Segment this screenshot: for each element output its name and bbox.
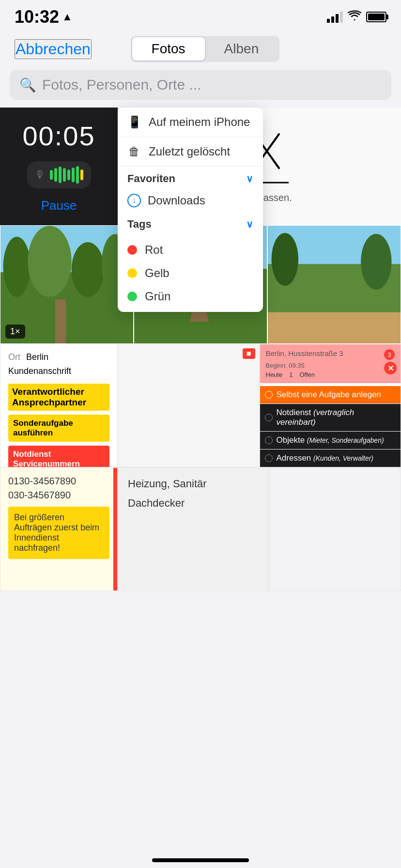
iphone-icon: 📱 bbox=[127, 115, 141, 129]
close-button[interactable]: ✕ bbox=[384, 362, 397, 374]
recorder-pause-button[interactable]: Pause bbox=[41, 198, 77, 213]
signal-bar-4 bbox=[340, 12, 343, 23]
doc-cell-form: Ort Berlin Kundenanschrift Verantwortlic… bbox=[0, 344, 118, 467]
tab-fotos[interactable]: Fotos bbox=[132, 37, 205, 61]
tag-rot[interactable]: Rot bbox=[118, 238, 263, 262]
downloads-item[interactable]: ↓ Downloads bbox=[118, 189, 263, 212]
note-cell-1: 0130-34567890 030-34567890 Bei größeren … bbox=[0, 467, 118, 591]
phone1-label: 0130-34567890 bbox=[8, 476, 109, 487]
wave-bar-3 bbox=[59, 167, 62, 183]
note-red-bar bbox=[113, 468, 117, 590]
task-item-1[interactable]: Notdienst (vertraglich vereinbart) bbox=[260, 404, 401, 432]
notes-row: 0130-34567890 030-34567890 Bei größeren … bbox=[0, 467, 401, 591]
svg-rect-7 bbox=[55, 300, 66, 343]
photo-cell-3[interactable] bbox=[267, 225, 401, 344]
empty-cell bbox=[269, 467, 401, 591]
tab-alben[interactable]: Alben bbox=[205, 37, 278, 61]
signal-bar-1 bbox=[327, 19, 330, 23]
wave-bar-6 bbox=[72, 168, 75, 182]
task-header: Berlin, Hussitenstraße 3 3 Beginn: 09:35… bbox=[260, 344, 401, 383]
tags-header: Tags ∨ bbox=[118, 212, 263, 234]
svg-rect-15 bbox=[268, 312, 401, 343]
task-begin: Beginn: 09:35 bbox=[266, 362, 395, 369]
wave-bar-5 bbox=[67, 170, 70, 180]
cancel-button[interactable]: Abbrechen bbox=[15, 39, 92, 59]
dropdown-item-deleted[interactable]: 🗑 Zuletzt gelöscht bbox=[118, 137, 263, 167]
note-cell-2: Heizung, Sanitär Dachdecker bbox=[118, 467, 269, 591]
tags-chevron: ∨ bbox=[246, 218, 253, 230]
offen-label: Offen bbox=[299, 371, 315, 378]
task-label-1: Notdienst (vertraglich vereinbart) bbox=[277, 408, 396, 427]
recorder-time: 00:05 bbox=[22, 120, 95, 152]
favoriten-label: Favoriten bbox=[127, 172, 175, 185]
berlin-label: Berlin bbox=[26, 352, 48, 362]
search-bar[interactable]: 🔍 Fotos, Personen, Orte ... bbox=[10, 70, 391, 100]
waveform: 🎙 bbox=[27, 161, 91, 188]
main-area: 00:05 🎙 Pause 📱 Auf meinem iPhone 🗑 bbox=[0, 108, 401, 591]
task-circle-3 bbox=[265, 454, 273, 462]
status-bar: 10:32 ▲ bbox=[0, 0, 401, 31]
dropdown-menu: 📱 Auf meinem iPhone 🗑 Zuletzt gelöscht F… bbox=[118, 108, 263, 312]
tag-dot-green bbox=[127, 292, 137, 301]
sonderaufgabe-btn[interactable]: Sonderaufgabe ausführen bbox=[8, 415, 109, 442]
home-area bbox=[0, 591, 401, 649]
task-label-2: Objekte (Mieter, Sonderaufgaben) bbox=[277, 435, 384, 445]
task-location: Berlin, Hussitenstraße 3 bbox=[266, 349, 343, 360]
signal-bars bbox=[327, 12, 343, 23]
task-badge-area: 3 bbox=[384, 349, 395, 360]
wave-bar-7 bbox=[76, 166, 79, 184]
signal-bar-2 bbox=[331, 16, 334, 23]
verantwortlich-row: Verantwortlicher Ansprechpartner bbox=[8, 384, 109, 411]
tags-label: Tags bbox=[127, 218, 152, 231]
downloads-label: Downloads bbox=[148, 194, 205, 207]
photo-cell-1[interactable]: 1× bbox=[0, 225, 134, 344]
mic-icon: 🎙 bbox=[35, 169, 46, 181]
kundenanschrift-label: Kundenanschrift bbox=[8, 366, 109, 380]
note-yellow-box: Bei größeren Aufträgen zuerst beim Innen… bbox=[8, 507, 109, 559]
home-indicator bbox=[152, 858, 249, 862]
task-item-0[interactable]: Selbst eine Aufgabe anlegen bbox=[260, 386, 401, 404]
speed-badge: 1× bbox=[5, 325, 25, 339]
task-item-3[interactable]: Adressen (Kunden, Verwalter) bbox=[260, 450, 401, 467]
trash-icon: 🗑 bbox=[127, 145, 141, 158]
svg-point-5 bbox=[72, 242, 105, 297]
tag-gelb[interactable]: Gelb bbox=[118, 262, 263, 285]
nav-bar: Abbrechen Fotos Alben bbox=[0, 31, 401, 70]
svg-point-17 bbox=[361, 234, 391, 290]
notdienst-btn[interactable]: Notdienst Servicenummern bbox=[8, 446, 109, 467]
task-status: Heute 1 Offen bbox=[266, 371, 395, 378]
ort-label: Ort bbox=[8, 352, 20, 362]
tag-gruen-label: Grün bbox=[145, 290, 170, 303]
location-icon: ▲ bbox=[62, 11, 73, 23]
wave-bar-4 bbox=[63, 168, 66, 182]
verantwortlich-label: Verantwortlicher Ansprechpartner bbox=[12, 387, 86, 407]
time-display: 10:32 bbox=[15, 7, 59, 27]
battery-fill bbox=[368, 14, 385, 20]
task-circle-0 bbox=[265, 391, 273, 399]
task-circle-1 bbox=[265, 414, 273, 421]
favoriten-header: Favoriten ∨ bbox=[118, 167, 263, 189]
wave-bar-2 bbox=[54, 168, 57, 182]
doc-cell-tasks: Berlin, Hussitenstraße 3 3 Beginn: 09:35… bbox=[260, 344, 401, 467]
tag-dot-red bbox=[127, 245, 137, 255]
recorder-cell: 00:05 🎙 Pause bbox=[0, 108, 118, 225]
favoriten-chevron: ∨ bbox=[246, 173, 253, 185]
signal-bar-3 bbox=[336, 14, 339, 23]
battery-icon bbox=[366, 12, 386, 22]
task-circle-2 bbox=[265, 436, 273, 444]
status-time: 10:32 ▲ bbox=[15, 7, 73, 27]
note-cell2-item-1: Dachdecker bbox=[128, 497, 259, 510]
dropdown-item-iphone[interactable]: 📱 Auf meinem iPhone bbox=[118, 108, 263, 137]
today-label: Heute bbox=[266, 371, 283, 378]
svg-point-4 bbox=[28, 226, 71, 297]
tags-section: Rot Gelb Grün bbox=[118, 234, 263, 312]
wave-bar-8 bbox=[80, 170, 83, 180]
task-item-2[interactable]: Objekte (Mieter, Sonderaufgaben) bbox=[260, 432, 401, 450]
task-items-list: Selbst eine Aufgabe anlegen Notdienst (v… bbox=[260, 383, 401, 467]
dropdown-deleted-label: Zuletzt gelöscht bbox=[149, 145, 230, 158]
status-icons bbox=[327, 10, 386, 24]
dropdown-iphone-label: Auf meinem iPhone bbox=[149, 115, 250, 129]
red-badge: ■ bbox=[243, 348, 255, 359]
tag-gruen[interactable]: Grün bbox=[118, 285, 263, 308]
wifi-icon bbox=[348, 10, 361, 24]
